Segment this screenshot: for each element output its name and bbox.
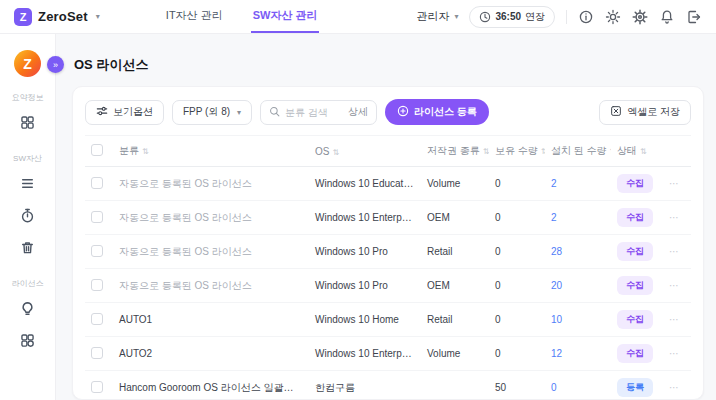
- table-row[interactable]: 자동으로 등록된 OS 라이선스 Windows 10 Education Vo…: [85, 167, 691, 201]
- actions-cell: [663, 337, 691, 371]
- row-checkbox[interactable]: [91, 381, 103, 393]
- status-badge: 수집: [617, 276, 653, 295]
- installed-qty-link[interactable]: 10: [551, 314, 562, 325]
- apps-icon[interactable]: [13, 327, 43, 353]
- admin-menu[interactable]: 관리자 ▾: [416, 9, 458, 24]
- chevron-down-icon: ▾: [454, 12, 458, 21]
- column-header-actions: [663, 136, 691, 167]
- installed-qty-link[interactable]: 2: [551, 178, 557, 189]
- top-nav: IT자산 관리 SW자산 관리: [164, 0, 320, 33]
- status-badge: 수집: [617, 310, 653, 329]
- select-all-checkbox[interactable]: [91, 144, 103, 156]
- table-row[interactable]: 자동으로 등록된 OS 라이선스 Windows 10 Enterprise O…: [85, 201, 691, 235]
- sidebar-section-summary: 요약정보: [12, 92, 44, 103]
- row-checkbox[interactable]: [91, 313, 103, 325]
- row-actions-button[interactable]: [669, 178, 680, 189]
- timer-icon[interactable]: [13, 202, 43, 228]
- nav-item-it-assets[interactable]: IT자산 관리: [164, 0, 225, 33]
- row-checkbox[interactable]: [91, 177, 103, 189]
- owned-qty-cell: 0: [489, 337, 545, 371]
- list-icon[interactable]: [13, 170, 43, 196]
- row-actions-button[interactable]: [669, 314, 680, 325]
- logout-icon[interactable]: [686, 9, 702, 25]
- session-extend-button[interactable]: 연장: [525, 10, 545, 24]
- table-row[interactable]: 자동으로 등록된 OS 라이선스 Windows 10 Pro Retail 0…: [85, 235, 691, 269]
- advanced-search-button[interactable]: 상세: [348, 105, 368, 119]
- session-timer-pill[interactable]: 36:50 연장: [469, 6, 555, 28]
- installed-qty-link[interactable]: 28: [551, 246, 562, 257]
- bulb-icon[interactable]: [13, 295, 43, 321]
- column-header-license-type[interactable]: 저작권 종류: [421, 136, 489, 167]
- status-badge: 수집: [617, 344, 653, 363]
- installed-qty-link[interactable]: 0: [551, 382, 557, 393]
- category-cell: 자동으로 등록된 OS 라이선스: [113, 235, 309, 269]
- plus-circle-icon: [397, 105, 409, 119]
- filter-dropdown[interactable]: FPP (외 8) ▾: [172, 100, 252, 125]
- row-checkbox[interactable]: [91, 347, 103, 359]
- column-header-status[interactable]: 상태: [611, 136, 663, 167]
- os-cell: Windows 10 Education: [309, 167, 421, 201]
- brand[interactable]: Z ZeroSet ▾: [14, 8, 100, 26]
- sidebar-section-license: 라이선스: [12, 278, 44, 289]
- table-row[interactable]: AUTO1 Windows 10 Home Retail 0 10 수집: [85, 303, 691, 337]
- installed-qty-cell: 20: [545, 269, 611, 303]
- nav-item-sw-assets[interactable]: SW자산 관리: [251, 0, 320, 33]
- installed-qty-cell: 2: [545, 201, 611, 235]
- column-header-os[interactable]: OS: [309, 136, 421, 167]
- installed-qty-cell: 28: [545, 235, 611, 269]
- sort-icon: [607, 145, 611, 156]
- sidebar: Z » 요약정보 SW자산 라이선스: [0, 34, 56, 400]
- admin-label: 관리자: [416, 9, 449, 24]
- installed-qty-link[interactable]: 2: [551, 212, 557, 223]
- table-row[interactable]: 자동으로 등록된 OS 라이선스 Windows 10 Pro OEM 0 20…: [85, 269, 691, 303]
- dashboard-grid-icon[interactable]: [13, 109, 43, 135]
- row-select-cell: [85, 337, 113, 371]
- status-cell: 수집: [611, 201, 663, 235]
- table-row[interactable]: Hancom Gooroom OS 라이선스 일괄구매_23.01 한컴구름 5…: [85, 371, 691, 400]
- installed-qty-link[interactable]: 12: [551, 348, 562, 359]
- status-cell: 수집: [611, 167, 663, 201]
- theme-sun-icon[interactable]: [605, 9, 621, 25]
- column-header-category[interactable]: 분류: [113, 136, 309, 167]
- column-header-installed[interactable]: 설치 된 수량: [545, 136, 611, 167]
- register-license-button[interactable]: 라이선스 등록: [385, 99, 489, 125]
- export-excel-button[interactable]: 엑셀로 저장: [599, 100, 691, 125]
- row-actions-button[interactable]: [669, 212, 680, 223]
- license-card: 보기옵션 FPP (외 8) ▾ 상세: [72, 86, 704, 400]
- row-checkbox[interactable]: [91, 211, 103, 223]
- bell-icon[interactable]: [659, 9, 675, 25]
- sidebar-expand-button[interactable]: »: [47, 56, 64, 73]
- select-all-cell: [85, 136, 113, 167]
- license-table: 분류 OS 저작권 종류 보유 수량 설치 된 수량 상태 자동으로 등록된 O…: [85, 135, 691, 400]
- trash-icon[interactable]: [13, 234, 43, 260]
- table-body: 자동으로 등록된 OS 라이선스 Windows 10 Education Vo…: [85, 167, 691, 400]
- installed-qty-cell: 2: [545, 167, 611, 201]
- actions-cell: [663, 269, 691, 303]
- status-badge: 수집: [617, 174, 653, 193]
- row-actions-button[interactable]: [669, 382, 680, 393]
- row-actions-button[interactable]: [669, 348, 680, 359]
- row-actions-button[interactable]: [669, 280, 680, 291]
- license-type-cell: [421, 371, 489, 400]
- license-type-cell: Retail: [421, 235, 489, 269]
- sidebar-logo-icon: Z: [14, 50, 41, 77]
- actions-cell: [663, 371, 691, 400]
- top-right-tools: 관리자 ▾ 36:50 연장: [416, 6, 702, 28]
- info-icon[interactable]: [578, 9, 594, 25]
- column-header-owned[interactable]: 보유 수량: [489, 136, 545, 167]
- search-input[interactable]: [285, 107, 343, 118]
- installed-qty-link[interactable]: 20: [551, 280, 562, 291]
- session-timer-value: 36:50: [495, 11, 521, 22]
- owned-qty-cell: 0: [489, 235, 545, 269]
- table-row[interactable]: AUTO2 Windows 10 Enterprise Volume 0 12 …: [85, 337, 691, 371]
- os-cell: 한컴구름: [309, 371, 421, 400]
- view-options-button[interactable]: 보기옵션: [85, 100, 164, 125]
- row-checkbox[interactable]: [91, 245, 103, 257]
- search-box: 상세: [260, 100, 377, 125]
- row-select-cell: [85, 235, 113, 269]
- row-actions-button[interactable]: [669, 246, 680, 257]
- category-cell: Hancom Gooroom OS 라이선스 일괄구매_23.01: [113, 371, 309, 400]
- row-checkbox[interactable]: [91, 279, 103, 291]
- page-title: OS 라이선스: [74, 56, 704, 74]
- gear-icon[interactable]: [632, 9, 648, 25]
